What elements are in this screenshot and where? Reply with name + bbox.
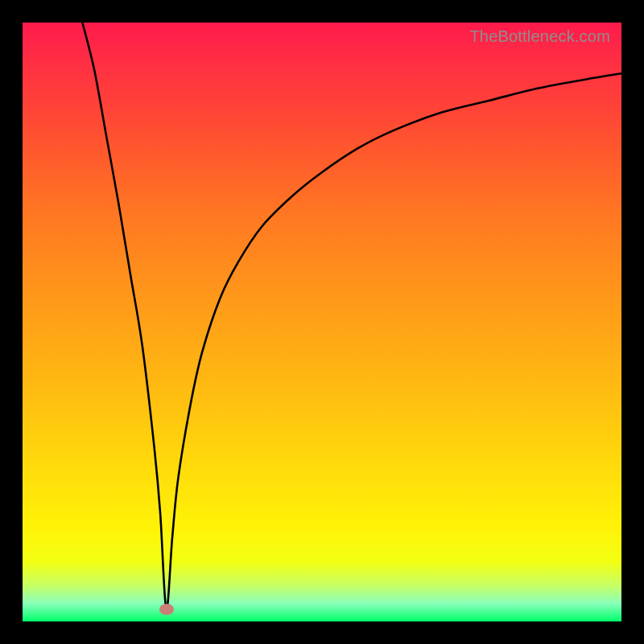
bottleneck-curve <box>82 23 621 609</box>
plot-area: TheBottleneck.com <box>23 23 621 621</box>
minimum-marker <box>159 604 174 615</box>
chart-frame: TheBottleneck.com <box>0 0 644 644</box>
curve-svg <box>23 23 621 621</box>
